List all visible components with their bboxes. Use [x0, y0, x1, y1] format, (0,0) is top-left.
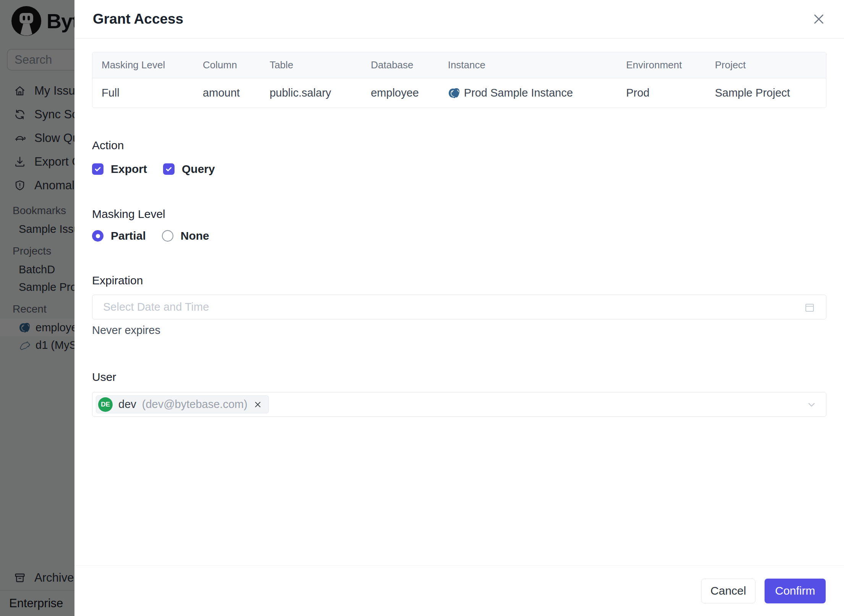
postgres-icon [448, 87, 460, 99]
modal-body: Masking Level Column Table Database Inst… [74, 52, 844, 417]
modal-footer: Cancel Confirm [74, 565, 844, 616]
query-label: Query [182, 163, 215, 176]
table-header-row: Masking Level Column Table Database Inst… [92, 52, 826, 78]
cell-project: Sample Project [706, 78, 826, 108]
close-icon [253, 400, 262, 409]
grant-access-modal: Grant Access Masking Level Column Table … [74, 0, 844, 616]
radio-unselected [162, 230, 173, 242]
cancel-button[interactable]: Cancel [701, 579, 755, 603]
check-icon [94, 165, 102, 173]
query-checkbox[interactable]: Query [163, 163, 215, 176]
export-checkbox[interactable]: Export [92, 163, 147, 176]
close-icon [812, 12, 826, 26]
none-label: None [181, 229, 209, 242]
table-row: Full amount public.salary employee Prod … [92, 78, 826, 108]
user-tag: DE dev (dev@bytebase.com) [96, 395, 269, 413]
expiration-date-picker[interactable] [92, 295, 826, 319]
user-heading: User [92, 370, 826, 384]
col-database: Database [362, 52, 439, 78]
close-button[interactable] [812, 12, 826, 26]
avatar: DE [98, 397, 113, 412]
cell-table: public.salary [260, 78, 362, 108]
remove-user-button[interactable] [253, 400, 262, 409]
cell-masking-level: Full [92, 78, 194, 108]
cell-environment: Prod [617, 78, 705, 108]
cell-column: amount [194, 78, 260, 108]
expiration-note: Never expires [92, 324, 826, 337]
modal-title: Grant Access [93, 11, 183, 27]
col-masking-level: Masking Level [92, 52, 194, 78]
partial-radio[interactable]: Partial [92, 229, 146, 242]
col-project: Project [706, 52, 826, 78]
col-instance: Instance [439, 52, 617, 78]
check-icon [165, 165, 173, 173]
radio-selected [92, 230, 103, 242]
export-label: Export [111, 163, 147, 176]
partial-label: Partial [111, 229, 146, 242]
action-options: Export Query [92, 163, 826, 176]
instance-name: Prod Sample Instance [464, 87, 573, 99]
col-environment: Environment [617, 52, 705, 78]
none-radio[interactable]: None [162, 229, 209, 242]
user-select[interactable]: DE dev (dev@bytebase.com) [92, 392, 826, 417]
calendar-icon[interactable] [804, 302, 815, 313]
col-table: Table [260, 52, 362, 78]
checkbox-checked [163, 163, 175, 175]
modal-header: Grant Access [74, 0, 844, 39]
col-column: Column [194, 52, 260, 78]
expiration-date-input[interactable] [103, 301, 804, 313]
chevron-down-icon[interactable] [806, 399, 817, 410]
masking-table: Masking Level Column Table Database Inst… [92, 52, 826, 108]
action-heading: Action [92, 139, 826, 152]
checkbox-checked [92, 163, 103, 175]
cell-database: employee [362, 78, 439, 108]
masking-level-heading: Masking Level [92, 207, 826, 221]
expiration-heading: Expiration [92, 274, 826, 287]
confirm-button[interactable]: Confirm [765, 579, 826, 603]
user-email: (dev@bytebase.com) [142, 398, 247, 411]
masking-level-options: Partial None [92, 229, 826, 242]
cell-instance: Prod Sample Instance [439, 78, 617, 108]
user-name: dev [118, 398, 136, 411]
